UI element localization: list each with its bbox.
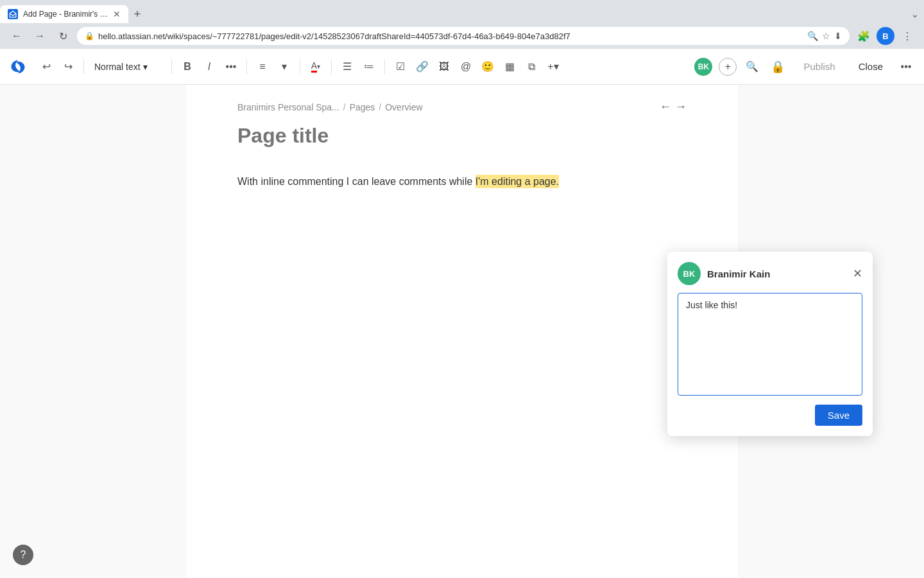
svg-line-1 xyxy=(13,13,16,16)
user-avatar-bk[interactable]: BK xyxy=(693,57,714,77)
address-bar-row: ← → ↻ 🔒 hello.atlassian.net/wiki/spaces/… xyxy=(0,23,924,49)
undo-redo-group: ↩ ↪ xyxy=(36,57,78,77)
breadcrumb-sep-2: / xyxy=(379,102,381,112)
numbered-list-button[interactable]: ≔ xyxy=(359,57,379,77)
breadcrumb: Branimirs Personal Spa... / Pages / Over… xyxy=(237,102,423,112)
toolbar-divider-1 xyxy=(83,59,84,74)
text-color-group: A ▾ xyxy=(305,57,326,77)
lists-group: ☰ ≔ xyxy=(337,57,379,77)
toolbar-more-button[interactable]: ••• xyxy=(896,57,916,77)
inline-comment-popup: BK Branimir Kain ✕ Just like this! Save xyxy=(667,252,873,436)
reload-button[interactable]: ↻ xyxy=(54,27,72,45)
toolbar-divider-5 xyxy=(331,59,332,74)
breadcrumb-current[interactable]: Overview xyxy=(385,102,422,112)
align-caret-button[interactable]: ▾ xyxy=(274,57,295,77)
columns-button[interactable]: ⧉ xyxy=(521,57,542,77)
editor-toolbar: ↩ ↪ Normal text ▾ B I ••• ≡ ▾ xyxy=(0,49,924,85)
browser-user-avatar[interactable]: B xyxy=(877,27,894,45)
toolbar-divider-6 xyxy=(384,59,385,74)
toolbar-divider-2 xyxy=(171,59,172,74)
body-text-before: With inline commenting I can leave comme… xyxy=(237,176,475,187)
comment-footer: Save xyxy=(678,405,862,426)
comment-header: BK Branimir Kain ✕ xyxy=(678,262,862,285)
tab-bar-chevron[interactable]: ⌄ xyxy=(911,9,919,19)
active-tab[interactable]: Add Page - Branimir's Persona ✕ xyxy=(0,5,128,23)
tab-favicon xyxy=(8,9,18,19)
highlighted-text: I'm editing a page. xyxy=(475,175,559,188)
text-format-group: B I ••• xyxy=(177,57,241,77)
browser-action-icons: 🧩 B ⋮ xyxy=(855,27,916,45)
browser-menu-button[interactable]: ⋮ xyxy=(898,27,916,45)
bookmark-icon[interactable]: ☆ xyxy=(822,31,830,41)
expand-left-icon: ← xyxy=(660,100,671,114)
comment-user-info: BK Branimir Kain xyxy=(678,262,770,285)
breadcrumb-pages[interactable]: Pages xyxy=(350,102,375,112)
alignment-group: ≡ ▾ xyxy=(252,57,295,77)
link-button[interactable]: 🔗 xyxy=(412,57,432,77)
new-tab-button[interactable]: + xyxy=(128,5,146,23)
page-body: With inline commenting I can leave comme… xyxy=(237,173,687,190)
image-button[interactable]: 🖼 xyxy=(434,57,454,77)
svg-line-0 xyxy=(10,13,13,16)
text-style-dropdown[interactable]: Normal text ▾ xyxy=(89,59,166,74)
tab-close-button[interactable]: ✕ xyxy=(113,9,121,19)
app-logo[interactable] xyxy=(8,57,28,77)
comment-save-button[interactable]: Save xyxy=(815,405,862,426)
url-text: hello.atlassian.net/wiki/spaces/~7777227… xyxy=(98,31,803,41)
toolbar-divider-3 xyxy=(246,59,247,74)
redo-button[interactable]: ↪ xyxy=(58,57,78,77)
emoji-button[interactable]: 🙂 xyxy=(477,57,498,77)
back-button[interactable]: ← xyxy=(8,27,26,45)
bullet-list-button[interactable]: ☰ xyxy=(337,57,357,77)
comment-user-avatar: BK xyxy=(678,262,701,285)
help-icon: ? xyxy=(21,549,26,561)
insert-group: ☑ 🔗 🖼 @ 🙂 ▦ ⧉ +▾ xyxy=(390,57,563,77)
align-button[interactable]: ≡ xyxy=(252,57,273,77)
toolbar-right: BK + 🔍 🔒 Publish Close ••• xyxy=(693,57,916,77)
help-button[interactable]: ? xyxy=(13,545,33,565)
italic-button[interactable]: I xyxy=(199,57,219,77)
app-wrapper: ↩ ↪ Normal text ▾ B I ••• ≡ ▾ xyxy=(0,49,924,578)
comment-textarea[interactable]: Just like this! xyxy=(678,293,862,396)
more-formatting-button[interactable]: ••• xyxy=(221,57,241,77)
search-icon[interactable]: 🔍 xyxy=(807,31,818,41)
tab-title: Add Page - Branimir's Persona xyxy=(23,10,108,19)
expand-width-button[interactable]: ← → xyxy=(660,100,687,114)
breadcrumb-space[interactable]: Branimirs Personal Spa... xyxy=(237,102,339,112)
download-icon[interactable]: ⬇ xyxy=(834,31,842,41)
publish-button[interactable]: Publish xyxy=(793,57,845,76)
expand-right-icon: → xyxy=(675,100,687,114)
page-info-button[interactable]: 🔒 xyxy=(767,57,788,77)
tab-bar: Add Page - Branimir's Persona ✕ + ⌄ xyxy=(0,0,924,23)
lock-icon: 🔒 xyxy=(85,31,94,40)
undo-button[interactable]: ↩ xyxy=(36,57,56,77)
insert-more-button[interactable]: +▾ xyxy=(543,57,563,77)
breadcrumb-row: Branimirs Personal Spa... / Pages / Over… xyxy=(237,85,687,124)
browser-chrome: Add Page - Branimir's Persona ✕ + ⌄ ← → … xyxy=(0,0,924,578)
tab-bar-end-controls: ⌄ xyxy=(911,9,924,19)
address-bar-icons: 🔍 ☆ ⬇ xyxy=(807,31,842,41)
comment-close-button[interactable]: ✕ xyxy=(853,268,862,279)
page-content-area: Branimirs Personal Spa... / Pages / Over… xyxy=(0,85,924,578)
text-style-label: Normal text xyxy=(94,62,141,72)
bold-button[interactable]: B xyxy=(177,57,198,77)
forward-button[interactable]: → xyxy=(31,27,49,45)
mention-button[interactable]: @ xyxy=(456,57,476,77)
address-bar[interactable]: 🔒 hello.atlassian.net/wiki/spaces/~77772… xyxy=(77,27,850,45)
editor-search-button[interactable]: 🔍 xyxy=(742,57,762,77)
comment-avatar-initials: BK xyxy=(683,269,696,279)
page-title-input[interactable] xyxy=(237,124,687,148)
collaborator-avatars: BK xyxy=(693,57,714,77)
task-button[interactable]: ☑ xyxy=(390,57,411,77)
page-inner: Branimirs Personal Spa... / Pages / Over… xyxy=(186,85,738,578)
invite-collaborator-button[interactable]: + xyxy=(719,58,737,76)
text-color-button[interactable]: A ▾ xyxy=(305,57,326,77)
toolbar-divider-4 xyxy=(300,59,300,74)
breadcrumb-sep-1: / xyxy=(343,102,346,112)
text-style-caret-icon: ▾ xyxy=(143,62,148,72)
close-button[interactable]: Close xyxy=(851,57,891,76)
comment-username: Branimir Kain xyxy=(707,268,770,279)
table-button[interactable]: ▦ xyxy=(499,57,520,77)
extensions-icon[interactable]: 🧩 xyxy=(855,27,873,45)
